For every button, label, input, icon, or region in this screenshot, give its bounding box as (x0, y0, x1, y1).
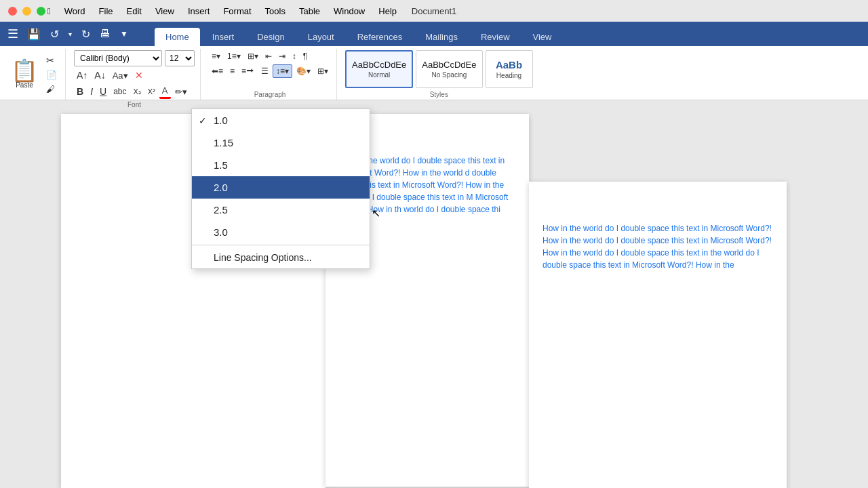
toggle-sidebar-button[interactable]: ☰ (5, 26, 20, 41)
superscript-button[interactable]: X² (145, 86, 158, 97)
close-button[interactable] (8, 7, 17, 16)
save-button[interactable]: 💾 (24, 26, 43, 42)
increase-font-button[interactable]: A↑ (74, 68, 90, 82)
document-page-right[interactable]: How in the world do I double space this … (529, 182, 787, 488)
menu-tools[interactable]: Tools (258, 0, 292, 22)
menu-format[interactable]: Format (216, 0, 258, 22)
menu-view[interactable]: View (149, 0, 181, 22)
align-right-button[interactable]: ≡⮕ (239, 65, 257, 77)
bold-button[interactable]: B (74, 85, 86, 98)
bullets-button[interactable]: ≡▾ (209, 50, 223, 62)
paragraph-group: ≡▾ 1≡▾ ⊞▾ ⇤ ⇥ ↕ ¶ ⬅≡ ≡ ≡⮕ ☰ ↕≡▾ 🎨▾ ⊞▾ Pa… (203, 49, 337, 100)
highlight-button[interactable]: ✏▾ (172, 85, 190, 98)
justify-button[interactable]: ☰ (258, 65, 271, 77)
cut-button[interactable]: ✂ (43, 54, 60, 67)
font-size-selector[interactable]: 12 (165, 50, 195, 66)
style-no-spacing[interactable]: AaBbCcDdEe No Spacing (416, 50, 482, 88)
document-area: How in the world do I double space this … (0, 100, 868, 488)
sort-button[interactable]: ↕ (290, 50, 299, 62)
menu-file[interactable]: File (92, 0, 120, 22)
tab-review[interactable]: Review (470, 28, 521, 46)
spacing-item-1-15[interactable]: 1.15 (192, 131, 370, 154)
app-name[interactable]: Word (58, 0, 92, 22)
show-marks-button[interactable]: ¶ (300, 50, 310, 62)
menu-table[interactable]: Table (292, 0, 327, 22)
style-normal[interactable]: AaBbCcDdEe Normal (345, 50, 413, 88)
multilevel-button[interactable]: ⊞▾ (245, 50, 261, 62)
font-selector[interactable]: Calibri (Body) (74, 50, 162, 66)
increase-indent-button[interactable]: ⇥ (276, 50, 288, 62)
decrease-indent-button[interactable]: ⇤ (262, 50, 275, 62)
undo-dropdown[interactable]: ▾ (66, 29, 75, 39)
strikethrough-button[interactable]: abc (111, 85, 129, 98)
redo-button[interactable]: ↻ (79, 26, 93, 42)
line-spacing-button[interactable]: ↕≡▾ (273, 64, 292, 78)
numbering-button[interactable]: 1≡▾ (224, 50, 243, 62)
tab-references[interactable]: References (347, 28, 413, 46)
italic-button[interactable]: I (87, 85, 96, 98)
spacing-options-item[interactable]: Line Spacing Options... (192, 247, 370, 268)
tab-insert[interactable]: Insert (201, 28, 245, 46)
checkmark-icon: ✓ (199, 115, 207, 126)
styles-group: AaBbCcDdEe Normal AaBbCcDdEe No Spacing … (340, 49, 538, 100)
spacing-item-2-5[interactable]: 2.5 (192, 199, 370, 221)
traffic-lights (8, 7, 45, 16)
style-heading[interactable]: AaBb Heading (486, 50, 533, 88)
decrease-font-button[interactable]: A↓ (92, 68, 108, 82)
paste-button[interactable]: 📋 Paste (8, 58, 41, 90)
align-center-button[interactable]: ≡ (227, 65, 237, 77)
document-title: Document1 (412, 6, 456, 16)
paste-icon: 📋 (11, 60, 38, 81)
spacing-item-1-5[interactable]: 1.5 (192, 154, 370, 176)
undo-button[interactable]: ↺ (47, 26, 62, 42)
tab-layout[interactable]: Layout (297, 28, 345, 46)
tab-home[interactable]: Home (155, 28, 200, 46)
copy-button[interactable]: 📄 (43, 68, 60, 81)
format-painter-button[interactable]: 🖌 (43, 83, 60, 96)
paste-group: 📋 Paste ✂ 📄 🖌 (3, 49, 66, 100)
tab-design[interactable]: Design (246, 28, 295, 46)
tab-mailings[interactable]: Mailings (414, 28, 469, 46)
spacing-item-2-0[interactable]: 2.0 (192, 176, 370, 199)
menu-bar:  Word File Edit View Insert Format Tool… (41, 0, 403, 22)
paste-label: Paste (16, 81, 33, 89)
subscript-button[interactable]: X₂ (131, 86, 144, 98)
spacing-item-3-0[interactable]: 3.0 (192, 221, 370, 243)
menu-window[interactable]: Window (327, 0, 372, 22)
menu-insert[interactable]: Insert (181, 0, 217, 22)
spacing-item-1-0[interactable]: ✓ 1.0 (192, 109, 370, 131)
clear-format-button[interactable]: ✕ (132, 68, 146, 82)
font-group: Calibri (Body) 12 A↑ A↓ Aa▾ ✕ B I U abc … (68, 49, 201, 100)
font-color-button[interactable]: A (159, 84, 171, 99)
line-spacing-dropdown: ✓ 1.0 1.15 1.5 2.0 2.5 3.0 Line Spacing … (191, 108, 370, 269)
menu-help[interactable]: Help (372, 0, 403, 22)
change-case-button[interactable]: Aa▾ (110, 69, 131, 82)
apple-menu[interactable]:  (41, 0, 58, 22)
print-button[interactable]: 🖶 (97, 26, 113, 41)
customize-qa[interactable]: ▼ (117, 28, 131, 40)
menu-edit[interactable]: Edit (120, 0, 149, 22)
borders-button[interactable]: ⊞▾ (315, 65, 331, 77)
tab-view[interactable]: View (522, 28, 563, 46)
dropdown-divider (192, 245, 370, 245)
shading-button[interactable]: 🎨▾ (294, 65, 313, 77)
underline-button[interactable]: U (97, 85, 109, 98)
title-bar:  Word File Edit View Insert Format Tool… (0, 0, 868, 22)
document-text-right: How in the world do I double space this … (542, 222, 773, 271)
align-left-button[interactable]: ⬅≡ (209, 65, 226, 77)
minimize-button[interactable] (22, 7, 31, 16)
